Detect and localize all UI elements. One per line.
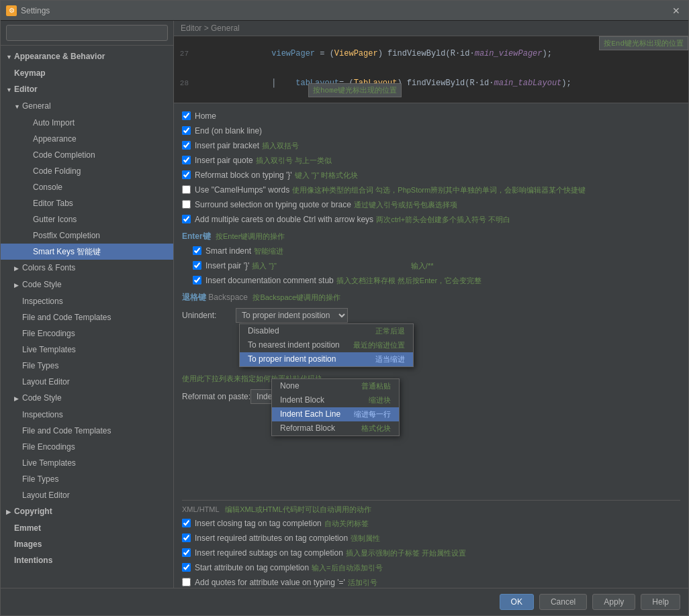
tree-item-file-types-2[interactable]: File Types	[1, 471, 173, 487]
search-input[interactable]	[6, 25, 168, 41]
checkbox-start-attr-comment: 输入=后自动添加引号	[312, 562, 382, 574]
tree-item-smart-keys[interactable]: Smart Keys 智能键	[1, 244, 173, 260]
paste-none-comment: 普通粘贴	[361, 381, 391, 391]
tree-item-keymap[interactable]: Keymap	[1, 65, 173, 81]
tree-item-file-encodings-2[interactable]: File Encodings	[1, 439, 173, 455]
checkbox-add-quotes-equals-input[interactable]	[182, 578, 191, 586]
popup-disabled[interactable]: Disabled 正常后退	[240, 324, 413, 338]
checkbox-surround-comment: 通过键入引号或括号包裹选择项	[354, 199, 457, 211]
checkbox-add-quotes-equals-label: Add quotes for attribute value on typing…	[195, 576, 345, 588]
checkbox-reformat-block-input[interactable]	[182, 170, 191, 179]
tree-item-gutter-icons[interactable]: Gutter Icons	[1, 211, 173, 227]
checkbox-multiple-carets-input[interactable]	[182, 215, 191, 223]
tree-item-file-types[interactable]: File Types	[1, 358, 173, 374]
paste-indent-line[interactable]: Indent Each Line 缩进每一行	[272, 407, 399, 421]
tree-arrow-icon: ▼	[6, 50, 14, 64]
paste-reformat-block[interactable]: Reformat Block 格式化块	[272, 421, 399, 435]
paste-indent-block[interactable]: Indent Block 缩进块	[272, 393, 399, 407]
paste-none[interactable]: None 普通粘贴	[272, 379, 399, 393]
checkbox-doc-stub-comment: 插入文档注释存根 然后按Enter，它会变完整	[336, 274, 481, 287]
tree-item-file-code-templates-2[interactable]: File and Code Templates	[1, 423, 173, 439]
tree-item-colors-fonts[interactable]: ▶Colors & Fonts	[1, 260, 173, 276]
checkbox-required-attrs: Insert required attributes on tag comple…	[182, 531, 680, 546]
xml-html-comment: 编辑XML或HTML代码时可以自动调用的动作	[225, 505, 371, 513]
unindent-select[interactable]: To proper indent position Disabled To ne…	[236, 308, 348, 323]
paste-indent-block-label: Indent Block	[280, 395, 324, 405]
checkbox-pair-quote-comment: 插入双引号 与上一类似	[256, 154, 332, 166]
tree-item-intentions[interactable]: Intentions	[1, 552, 173, 568]
close-button[interactable]: ✕	[670, 4, 683, 17]
tree-item-copyright[interactable]: ▶Copyright	[1, 503, 173, 520]
tree-arrow-icon: ▶	[14, 262, 22, 275]
dialog-title: Settings	[21, 6, 670, 15]
apply-button[interactable]: Apply	[592, 594, 635, 610]
tree-item-label: Auto Import	[33, 118, 75, 127]
tree-item-label: Intentions	[14, 556, 52, 565]
tree-item-code-folding[interactable]: Code Folding	[1, 163, 173, 179]
checkbox-pair-quote-input[interactable]	[182, 156, 191, 164]
tree-item-appearance-behavior[interactable]: ▼Appearance & Behavior	[1, 48, 173, 65]
tree-item-code-style[interactable]: ▶Code Style	[1, 276, 173, 293]
checkbox-required-subtags-input[interactable]	[182, 548, 191, 557]
checkbox-doc-stub-input[interactable]	[193, 276, 201, 285]
tree-item-emmet[interactable]: Emmet	[1, 520, 173, 536]
tooltip: 按End键光标出现的位置	[599, 36, 688, 50]
tree-item-code-completion[interactable]: Code Completion	[1, 147, 173, 163]
checkbox-pair-bracket-input[interactable]	[182, 141, 191, 150]
backspace-section-title: 退格键 Backspace 按Backspace键调用的操作	[182, 288, 680, 306]
enter-comment: 按Enter键调用的操作	[216, 232, 285, 240]
cancel-button[interactable]: Cancel	[539, 594, 587, 610]
tree-item-label: Images	[14, 540, 42, 549]
checkbox-end: End (on blank line)	[182, 123, 680, 138]
tree-item-label: File Encodings	[22, 442, 75, 452]
help-button[interactable]: Help	[641, 594, 680, 610]
tree-item-inspections-2[interactable]: Inspections	[1, 407, 173, 423]
checkbox-camel-input[interactable]	[182, 185, 191, 194]
checkbox-surround-label: Surround selection on typing quote or br…	[195, 199, 351, 211]
checkbox-smart-indent: Smart indent 智能缩进	[193, 244, 680, 258]
tree-item-inspections[interactable]: Inspections	[1, 293, 173, 309]
tree-item-layout-editor[interactable]: Layout Editor	[1, 374, 173, 390]
tree-item-appearance[interactable]: Appearance	[1, 131, 173, 147]
checkbox-start-attr-label: Start attribute on tag completion	[195, 562, 309, 574]
tree-item-file-encodings[interactable]: File Encodings	[1, 325, 173, 342]
tree-item-file-code-templates[interactable]: File and Code Templates	[1, 309, 173, 325]
tree-item-live-templates-2[interactable]: Live Templates	[1, 455, 173, 471]
checkbox-surround-input[interactable]	[182, 200, 191, 209]
tree-item-postfix-completion[interactable]: Postfix Completion	[1, 227, 173, 244]
checkbox-start-attr-input[interactable]	[182, 563, 191, 572]
popup-disabled-label: Disabled	[248, 326, 279, 336]
tree-item-label: Code Completion	[33, 150, 95, 160]
tree-item-live-templates[interactable]: Live Templates	[1, 342, 173, 358]
checkbox-camel-label: Use "CamelHumps" words	[195, 184, 289, 196]
tree-item-layout-editor-2[interactable]: Layout Editor	[1, 487, 173, 503]
checkbox-insert-brace-input[interactable]	[193, 261, 201, 270]
tree-item-label: Emmet	[14, 523, 41, 533]
tree-item-auto-import[interactable]: Auto Import	[1, 115, 173, 131]
backspace-comment: 按Backspace键调用的操作	[252, 293, 340, 301]
tree-item-code-style-2[interactable]: ▶Code Style	[1, 390, 173, 407]
tree-item-console[interactable]: Console	[1, 179, 173, 195]
tree-item-general[interactable]: ▼General	[1, 98, 173, 115]
checkbox-required-attrs-comment: 强制属性	[351, 532, 380, 544]
tree-item-label: Layout Editor	[22, 491, 70, 500]
checkbox-required-attrs-input[interactable]	[182, 533, 191, 542]
popup-proper-label: To proper indent position	[248, 354, 336, 364]
checkbox-pair-quote-label: Insert pair quote	[195, 154, 253, 166]
tree-item-editor[interactable]: ▼Editor	[1, 81, 173, 98]
checkbox-smart-indent-input[interactable]	[193, 246, 201, 255]
ok-button[interactable]: OK	[500, 594, 534, 610]
popup-proper[interactable]: To proper indent position 适当缩进	[240, 352, 413, 366]
tree-item-images[interactable]: Images	[1, 536, 173, 552]
checkbox-required-subtags-label: Insert required subtags on tag completio…	[195, 547, 343, 559]
checkbox-closing-tag-input[interactable]	[182, 519, 191, 527]
tree-item-label: File and Code Templates	[22, 426, 111, 435]
tree-item-label: Code Folding	[33, 166, 81, 176]
checkbox-end-input[interactable]	[182, 126, 191, 135]
popup-nearest[interactable]: To nearest indent position 最近的缩进位置	[240, 338, 413, 352]
enter-input-tip: 输入/**	[411, 260, 434, 272]
tree-item-editor-tabs[interactable]: Editor Tabs	[1, 195, 173, 211]
search-box	[1, 21, 173, 46]
checkbox-home-input[interactable]	[182, 111, 191, 120]
tree-item-label: File Encodings	[22, 329, 75, 338]
